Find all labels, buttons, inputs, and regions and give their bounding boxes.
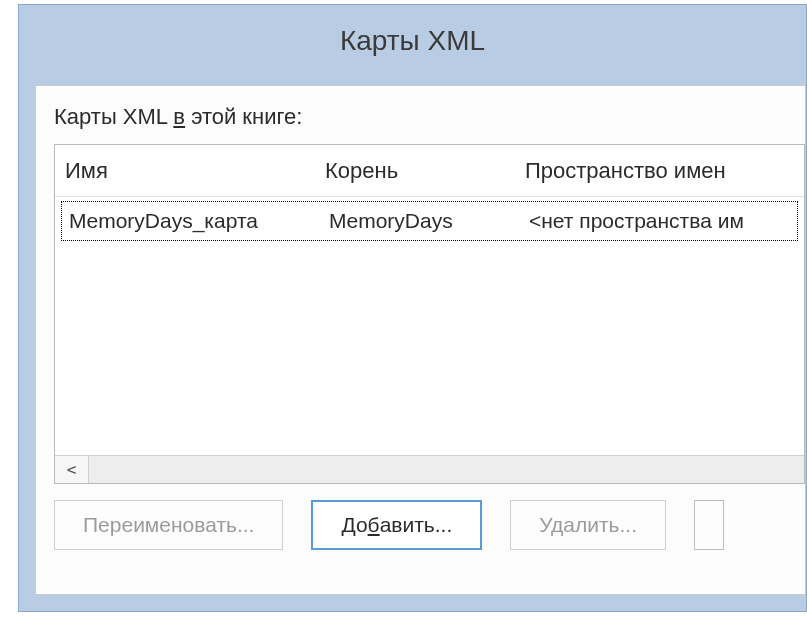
cell-root: MemoryDays (329, 209, 529, 233)
add-button-suffix: авить... (380, 513, 453, 537)
delete-button: Удалить... (510, 500, 666, 550)
column-header-namespace[interactable]: Пространство имен (525, 158, 804, 184)
scroll-left-arrow[interactable]: < (55, 456, 89, 483)
listbox-header-row: Имя Корень Пространство имен (55, 145, 804, 197)
list-label-accelerator: в (173, 104, 185, 129)
cell-name: MemoryDays_карта (69, 209, 329, 233)
xml-maps-dialog: Карты XML Карты XML в этой книге: Имя Ко… (18, 4, 807, 612)
cell-namespace: <нет пространства им (529, 209, 800, 233)
dialog-title: Карты XML (19, 5, 806, 77)
delete-button-label: Удалить... (539, 513, 637, 537)
dialog-button-row: Переименовать... Добавить... Удалить... (54, 500, 805, 550)
table-row[interactable]: MemoryDays_карта MemoryDays <нет простра… (59, 199, 800, 243)
dialog-title-text: Карты XML (340, 25, 485, 57)
scroll-track[interactable] (89, 456, 804, 483)
horizontal-scrollbar[interactable]: < (55, 455, 804, 483)
rename-button-label: Переименовать... (83, 513, 254, 537)
list-label-prefix: Карты XML (54, 104, 173, 129)
rename-button: Переименовать... (54, 500, 283, 550)
listbox-rows: MemoryDays_карта MemoryDays <нет простра… (55, 197, 804, 437)
column-header-name[interactable]: Имя (65, 158, 325, 184)
add-button[interactable]: Добавить... (311, 500, 482, 550)
clipped-button[interactable] (694, 500, 724, 550)
list-label: Карты XML в этой книге: (54, 104, 805, 130)
list-label-suffix: этой книге: (185, 104, 302, 129)
xml-maps-listbox[interactable]: Имя Корень Пространство имен MemoryDays_… (54, 144, 805, 484)
dialog-client-area: Карты XML в этой книге: Имя Корень Прост… (35, 85, 806, 595)
column-header-root[interactable]: Корень (325, 158, 525, 184)
add-button-prefix: До (341, 513, 367, 537)
add-button-accelerator: б (368, 513, 380, 537)
